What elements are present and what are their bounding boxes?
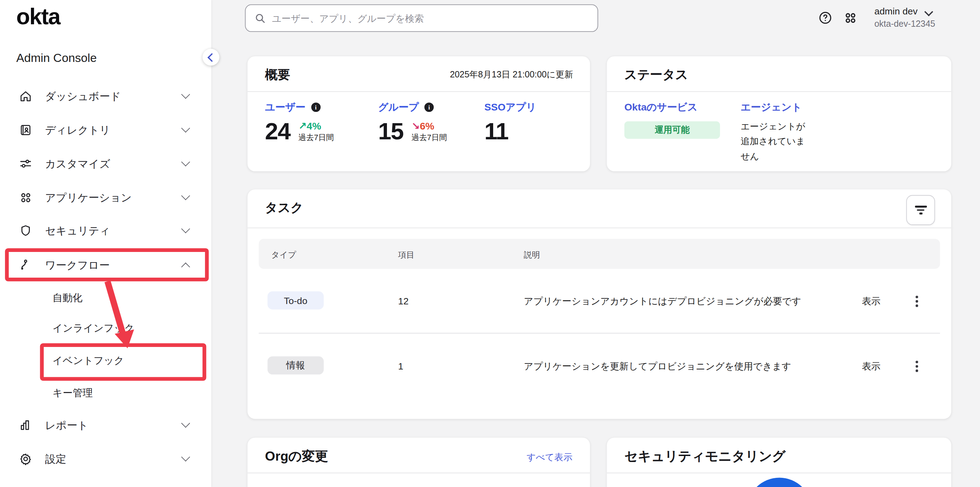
okta-admin-console: okta Admin Console ダッシュボード ディレクトリ カスタマイズ bbox=[0, 0, 980, 487]
global-search[interactable] bbox=[245, 4, 598, 32]
sidebar-item-workflow[interactable]: ワークフロー bbox=[0, 253, 212, 278]
tasks-card: タスク タイプ 項目 説明 To-do 12 アプリケーションアカウントにはデプ… bbox=[248, 189, 951, 419]
table-row: 情報 1 アプリケーションを更新してプロビジョニングを使用できます 表示 bbox=[259, 334, 940, 398]
sidebar-item-label: レポート bbox=[45, 418, 88, 433]
status-card: ステータス Oktaのサービス 運用可能 エージェント エージェントが追加されて… bbox=[607, 56, 951, 171]
info-icon[interactable]: i bbox=[425, 102, 434, 112]
sidebar-item-event-hooks[interactable]: イベントフック bbox=[0, 351, 212, 371]
filter-icon bbox=[915, 206, 926, 208]
okta-services-link[interactable]: Oktaのサービス bbox=[624, 101, 698, 115]
chevron-down-icon bbox=[181, 191, 190, 200]
table-row: To-do 12 アプリケーションアカウントにはデプロビジョニングが必要です 表… bbox=[259, 269, 940, 333]
sidebar-subitem-label: キー管理 bbox=[52, 387, 92, 400]
applications-icon bbox=[19, 191, 32, 204]
status-title: ステータス bbox=[624, 66, 688, 83]
sidebar-item-label: セキュリティ bbox=[45, 223, 110, 238]
org-id: okta-dev-12345 bbox=[875, 19, 935, 29]
sidebar-collapse-button[interactable] bbox=[203, 49, 220, 66]
sidebar-item-reports[interactable]: レポート bbox=[0, 413, 212, 438]
task-description: アプリケーションを更新してプロビジョニングを使用できます bbox=[524, 361, 791, 372]
sidebar-item-security[interactable]: セキュリティ bbox=[0, 218, 212, 243]
trend-up-icon: ↗ bbox=[298, 121, 307, 131]
overview-title: 概要 bbox=[265, 66, 290, 83]
sso-apps-count: 11 bbox=[484, 118, 508, 145]
view-link[interactable]: 表示 bbox=[862, 361, 880, 372]
chevron-up-icon bbox=[181, 263, 190, 271]
task-count: 1 bbox=[398, 361, 404, 371]
type-badge-todo: To-do bbox=[267, 291, 324, 310]
overview-updated: 2025年8月13日 21:00:00に更新 bbox=[450, 69, 573, 81]
view-link[interactable]: 表示 bbox=[862, 296, 880, 307]
col-count: 項目 bbox=[398, 250, 414, 261]
sidebar-item-dashboard[interactable]: ダッシュボード bbox=[0, 84, 212, 109]
sidebar-subitem-label: インラインフック bbox=[52, 321, 134, 335]
chevron-down-icon[interactable] bbox=[924, 7, 933, 16]
type-badge-info: 情報 bbox=[267, 356, 324, 375]
col-type: タイプ bbox=[271, 250, 296, 261]
security-donut-chart bbox=[747, 477, 812, 487]
tasks-title: タスク bbox=[265, 199, 303, 216]
home-icon bbox=[19, 89, 32, 103]
info-icon[interactable]: i bbox=[311, 102, 320, 112]
groups-link[interactable]: グループ bbox=[378, 101, 419, 115]
kebab-menu-icon[interactable] bbox=[909, 358, 924, 375]
trend-caption: 過去7日間 bbox=[298, 133, 334, 143]
sidebar-item-key-management[interactable]: キー管理 bbox=[0, 383, 212, 403]
users-count: 24 bbox=[265, 118, 290, 145]
view-all-link[interactable]: すべて表示 bbox=[527, 452, 573, 463]
apps-menu-button[interactable] bbox=[842, 10, 858, 25]
tasks-filter-button[interactable] bbox=[906, 195, 935, 225]
chevron-down-icon bbox=[181, 158, 190, 166]
sidebar-item-applications[interactable]: アプリケーション bbox=[0, 185, 212, 210]
metric-sso-apps: SSOアプリ 11 bbox=[484, 101, 536, 145]
sidebar-item-inline-hooks[interactable]: インラインフック bbox=[0, 318, 212, 338]
trend-down-icon: ↘ bbox=[412, 121, 420, 131]
chevron-down-icon bbox=[181, 452, 190, 461]
trend-value: 6% bbox=[420, 121, 434, 131]
settings-icon bbox=[19, 452, 32, 466]
sidebar-item-directory[interactable]: ディレクトリ bbox=[0, 118, 212, 143]
reports-icon bbox=[19, 419, 32, 432]
sidebar-item-automations[interactable]: 自動化 bbox=[0, 288, 212, 308]
search-input[interactable] bbox=[270, 12, 573, 24]
sidebar-item-label: ディレクトリ bbox=[45, 123, 110, 137]
console-title: Admin Console bbox=[16, 51, 97, 65]
security-monitoring-card: セキュリティモニタリング bbox=[607, 438, 951, 487]
shield-icon bbox=[19, 224, 32, 237]
users-link[interactable]: ユーザー bbox=[265, 101, 305, 115]
kebab-menu-icon[interactable] bbox=[909, 293, 924, 310]
sidebar: okta Admin Console ダッシュボード ディレクトリ カスタマイズ bbox=[0, 0, 212, 487]
sidebar-item-label: ワークフロー bbox=[45, 258, 110, 272]
sidebar-item-settings[interactable]: 設定 bbox=[0, 447, 212, 471]
sidebar-item-label: アプリケーション bbox=[45, 190, 132, 205]
agents-link[interactable]: エージェント bbox=[740, 101, 802, 115]
chevron-down-icon bbox=[181, 224, 190, 233]
metric-groups: グループi 15 ↘6% 過去7日間 bbox=[378, 101, 447, 145]
sidebar-item-label: カスタマイズ bbox=[45, 157, 110, 171]
overview-card: 概要 2025年8月13日 21:00:00に更新 ユーザーi 24 ↗4% 過… bbox=[248, 56, 590, 171]
metric-users: ユーザーi 24 ↗4% 過去7日間 bbox=[265, 101, 334, 145]
groups-count: 15 bbox=[378, 118, 404, 145]
agents-message: エージェントが追加されていません bbox=[740, 119, 815, 164]
okta-logo: okta bbox=[16, 4, 60, 30]
directory-icon bbox=[19, 123, 32, 137]
tasks-table-header: タイプ 項目 説明 bbox=[259, 239, 940, 269]
org-changes-card: Orgの変更 すべて表示 bbox=[248, 438, 590, 487]
task-count: 12 bbox=[398, 296, 409, 306]
trend-caption: 過去7日間 bbox=[412, 133, 447, 143]
sidebar-subitem-label: 自動化 bbox=[52, 292, 82, 305]
account-menu[interactable]: admin dev bbox=[875, 6, 918, 16]
sidebar-item-label: 設定 bbox=[45, 452, 66, 466]
security-monitoring-title: セキュリティモニタリング bbox=[624, 447, 786, 465]
chevron-down-icon bbox=[181, 124, 190, 133]
task-description: アプリケーションアカウントにはデプロビジョニングが必要です bbox=[524, 296, 801, 307]
org-changes-title: Orgの変更 bbox=[265, 447, 328, 465]
trend-value: 4% bbox=[307, 121, 321, 131]
sidebar-item-customize[interactable]: カスタマイズ bbox=[0, 151, 212, 176]
help-button[interactable] bbox=[818, 10, 833, 25]
sso-apps-link[interactable]: SSOアプリ bbox=[484, 101, 536, 115]
chevron-down-icon bbox=[181, 419, 190, 428]
search-icon bbox=[255, 13, 266, 24]
sidebar-item-label: ダッシュボード bbox=[45, 89, 121, 103]
sidebar-subitem-label: イベントフック bbox=[52, 354, 124, 368]
